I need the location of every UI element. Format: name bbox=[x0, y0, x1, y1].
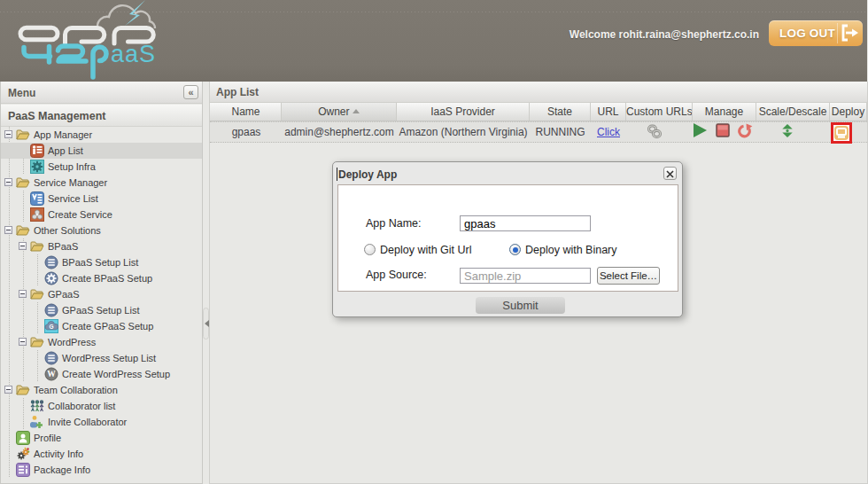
svg-text:aaS: aaS bbox=[111, 41, 156, 67]
svg-text:G: G bbox=[49, 324, 53, 330]
svg-text:W: W bbox=[47, 370, 56, 379]
